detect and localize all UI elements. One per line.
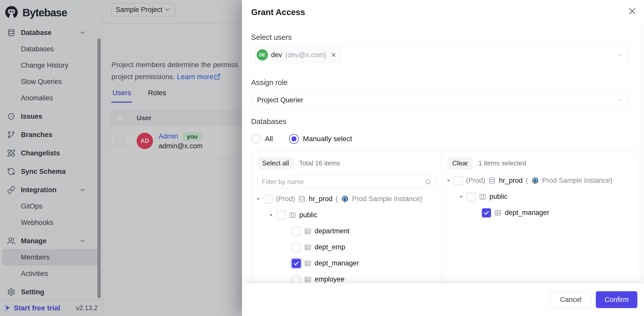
checkbox[interactable] xyxy=(276,211,286,220)
environment-label: (Prod) xyxy=(276,195,295,203)
remove-user-icon[interactable] xyxy=(330,52,337,58)
selected-user-chip: DE dev (dev@x.com) xyxy=(255,48,341,62)
modal-scrollbar-gutter[interactable] xyxy=(640,25,644,316)
modal-footer: Cancel Confirm xyxy=(242,283,644,316)
source-tree: (Prod)hr_prod(Prod Sample Instance)publi… xyxy=(251,191,441,287)
select-users-label: Select users xyxy=(251,33,629,42)
caret-down-icon[interactable] xyxy=(459,195,463,199)
checkbox[interactable] xyxy=(292,259,301,268)
user-chip-avatar: DE xyxy=(257,49,268,60)
filter-input[interactable] xyxy=(257,175,435,188)
database-icon xyxy=(298,195,306,203)
postgresql-icon xyxy=(531,177,539,185)
schema-name: public xyxy=(299,211,317,219)
instance-paren: ( xyxy=(336,195,338,203)
tree-node-hr-prod[interactable]: (Prod)hr_prod(Prod Sample Instance) xyxy=(251,191,441,207)
assign-role-value: Project Querier xyxy=(257,96,303,104)
radio-all-control[interactable] xyxy=(251,134,261,144)
instance-paren: ( xyxy=(526,177,528,185)
user-chip-email: (dev@x.com) xyxy=(285,51,326,59)
selected-tree: (Prod)hr_prod(Prod Sample Instance)publi… xyxy=(442,173,640,221)
assign-role-select[interactable]: Project Querier xyxy=(251,91,629,109)
table-icon xyxy=(304,276,312,283)
cancel-button[interactable]: Cancel xyxy=(550,291,591,308)
selected-count-label: 1 items selected xyxy=(478,159,526,167)
instance-name: Prod Sample Instance) xyxy=(352,195,422,203)
grant-access-modal: Grant Access Select users DE dev (dev@x.… xyxy=(242,0,644,316)
checkbox[interactable] xyxy=(454,176,463,185)
modal-fields: Select users DE dev (dev@x.com) Assign xyxy=(251,33,629,144)
select-users-combobox[interactable]: DE dev (dev@x.com) xyxy=(251,46,629,64)
radio-all-label: All xyxy=(265,135,273,143)
table-icon xyxy=(304,244,312,251)
tree-node-dept-emp[interactable]: dept_emp xyxy=(251,239,441,255)
source-toolbar: Select all Total 16 items xyxy=(251,151,441,172)
modal-body: Select users DE dev (dev@x.com) Assign xyxy=(242,25,644,316)
checkbox[interactable] xyxy=(292,227,301,236)
checkbox[interactable] xyxy=(467,192,476,201)
tree-node-dept-manager[interactable]: dept_manager xyxy=(251,255,441,271)
table-name: dept_emp xyxy=(315,243,345,251)
table-name: department xyxy=(315,227,350,235)
modal-header: Grant Access xyxy=(242,0,644,25)
database-name: hr_prod xyxy=(309,195,332,203)
tree-node-dept-manager[interactable]: dept_manager xyxy=(442,205,640,221)
checkbox[interactable] xyxy=(292,275,301,284)
database-icon xyxy=(488,177,496,185)
modal-title: Grant Access xyxy=(251,7,305,17)
schema-icon xyxy=(289,211,296,219)
table-icon xyxy=(304,227,312,235)
checkbox[interactable] xyxy=(292,243,301,252)
environment-label: (Prod) xyxy=(466,177,485,185)
tree-node-department[interactable]: department xyxy=(251,223,441,239)
caret-down-icon[interactable] xyxy=(269,213,273,217)
database-scope-radios: All Manually select xyxy=(251,134,629,144)
table-icon xyxy=(494,209,502,217)
schema-icon xyxy=(479,193,486,201)
table-name: dept_manager xyxy=(505,209,549,217)
confirm-button[interactable]: Confirm xyxy=(596,291,637,308)
radio-manually-select-label: Manually select xyxy=(303,135,352,143)
chevron-down-icon xyxy=(617,96,624,104)
checkbox[interactable] xyxy=(264,195,273,204)
caret-down-icon[interactable] xyxy=(446,178,451,183)
postgresql-icon xyxy=(341,195,349,203)
tree-node-hr-prod[interactable]: (Prod)hr_prod(Prod Sample Instance) xyxy=(442,173,640,189)
app-root: Bytebase DatabaseDatabasesChange History… xyxy=(0,0,644,316)
table-name: employee xyxy=(315,275,344,283)
schema-name: public xyxy=(490,193,508,201)
databases-label: Databases xyxy=(251,117,629,126)
close-icon[interactable] xyxy=(628,7,637,16)
radio-manually-select[interactable]: Manually select xyxy=(289,134,352,144)
tree-node-public[interactable]: public xyxy=(442,189,640,205)
user-chip-name: dev xyxy=(271,51,282,59)
clear-button[interactable]: Clear xyxy=(448,157,473,169)
radio-manually-select-control[interactable] xyxy=(289,134,299,144)
search-icon xyxy=(425,178,432,185)
checkbox[interactable] xyxy=(482,208,491,217)
table-name: dept_manager xyxy=(315,259,359,267)
instance-name: Prod Sample Instance) xyxy=(542,177,612,185)
filter-field xyxy=(257,175,435,188)
table-icon xyxy=(304,260,312,267)
caret-down-icon[interactable] xyxy=(256,197,261,201)
assign-role-label: Assign role xyxy=(251,78,629,87)
total-items-label: Total 16 items xyxy=(299,159,340,167)
select-all-button[interactable]: Select all xyxy=(257,157,294,169)
radio-all[interactable]: All xyxy=(251,134,273,144)
chevron-down-icon xyxy=(617,51,624,58)
database-name: hr_prod xyxy=(499,177,523,185)
selected-toolbar: Clear 1 items selected xyxy=(442,151,640,172)
tree-node-public[interactable]: public xyxy=(251,207,441,223)
